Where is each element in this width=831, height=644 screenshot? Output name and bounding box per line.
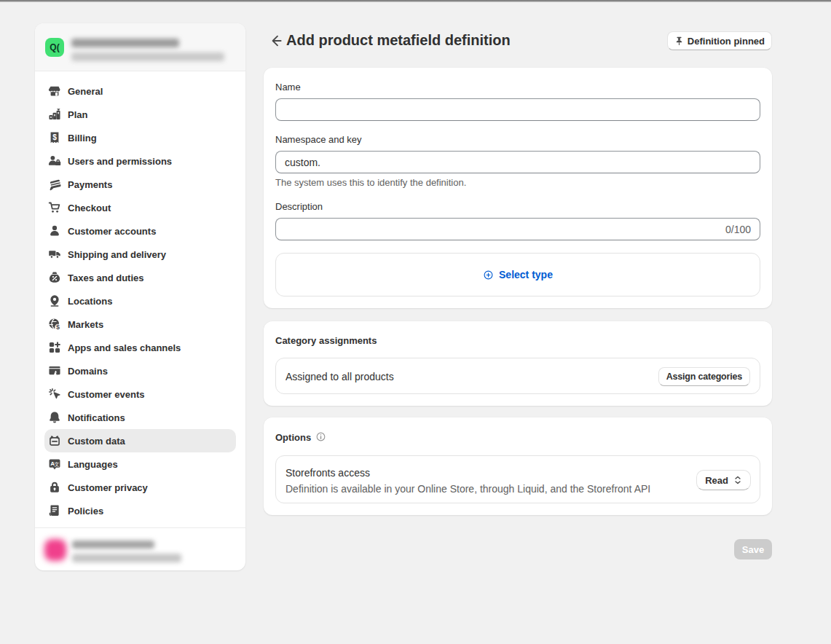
svg-text:$: $ bbox=[56, 323, 60, 331]
svg-text:文: 文 bbox=[54, 461, 59, 467]
svg-text:$: $ bbox=[52, 133, 57, 141]
